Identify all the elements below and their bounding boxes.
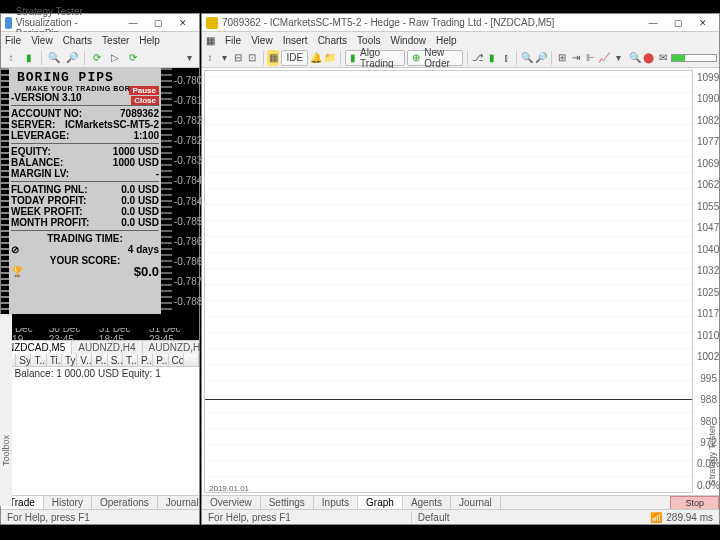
play-icon[interactable]: ⟳ bbox=[89, 50, 105, 66]
bottom-tab[interactable]: History bbox=[44, 496, 92, 510]
menu-view[interactable]: View bbox=[31, 35, 53, 46]
menu-window[interactable]: Window bbox=[390, 35, 426, 46]
ide-button[interactable]: IDE bbox=[281, 50, 308, 66]
close-button[interactable]: ✕ bbox=[691, 16, 715, 30]
balance-row[interactable]: ▸ Balance: 1 000.00 USD Equity: 1 000.00… bbox=[1, 367, 199, 380]
table-column[interactable]: Type bbox=[62, 354, 77, 366]
menubar-right: ▦ File View Insert Charts Tools Window H… bbox=[202, 32, 719, 48]
table-column[interactable]: P.. bbox=[92, 354, 107, 366]
zoom-out-icon[interactable]: 🔎 bbox=[64, 50, 80, 66]
table-column[interactable]: S.. bbox=[108, 354, 123, 366]
bottom-tab[interactable]: Overview bbox=[202, 496, 261, 510]
today-value: 0.0 USD bbox=[121, 195, 159, 206]
bottom-tab[interactable]: Settings bbox=[261, 496, 314, 510]
menu-charts[interactable]: Charts bbox=[318, 35, 347, 46]
table-column[interactable]: T.. bbox=[31, 354, 46, 366]
bottom-tab[interactable]: Graph bbox=[358, 496, 403, 510]
table-column[interactable]: V.. bbox=[77, 354, 92, 366]
titlebar-right[interactable]: 7089362 - ICMarketsSC-MT5-2 - Hedge - Ra… bbox=[202, 14, 719, 32]
table-column[interactable]: Co.. bbox=[169, 354, 184, 366]
dropdown-icon[interactable]: ▾ bbox=[612, 50, 624, 66]
symbol-tab[interactable]: AUDNZD,H4 bbox=[72, 341, 142, 355]
table-column[interactable]: Sy.. bbox=[16, 354, 31, 366]
equity-label: EQUITY: bbox=[11, 146, 51, 157]
step-icon[interactable]: ▷ bbox=[107, 50, 123, 66]
stop-button[interactable]: Stop bbox=[670, 496, 719, 510]
status-bar-left: For Help, press F1 bbox=[1, 509, 199, 524]
toggle-icon[interactable]: ↕ bbox=[204, 50, 216, 66]
down-icon[interactable]: ▾ bbox=[181, 50, 197, 66]
bottom-tab[interactable]: Inputs bbox=[314, 496, 358, 510]
candles-icon[interactable]: ▮ bbox=[21, 50, 37, 66]
folder-icon[interactable]: 📁 bbox=[324, 50, 336, 66]
forward-icon[interactable]: ⟳ bbox=[125, 50, 141, 66]
dropdown-icon[interactable]: ▾ bbox=[218, 50, 230, 66]
new-order-button[interactable]: ⊕New Order bbox=[407, 50, 463, 66]
menu-tools[interactable]: Tools bbox=[357, 35, 380, 46]
menu-file[interactable]: File bbox=[5, 35, 21, 46]
table-column[interactable]: T.. bbox=[123, 354, 138, 366]
menu-help[interactable]: Help bbox=[436, 35, 457, 46]
mt-icon[interactable]: ▦ bbox=[206, 35, 215, 46]
grid-icon[interactable]: ⊞ bbox=[556, 50, 568, 66]
bottom-tab[interactable]: Operations bbox=[92, 496, 158, 510]
close-badge[interactable]: Close bbox=[131, 96, 159, 105]
toolbox-vertical[interactable]: Toolbox bbox=[0, 314, 12, 506]
score-label: YOUR SCORE: bbox=[50, 255, 121, 266]
y-tick: -0.78690 bbox=[174, 256, 197, 267]
signal-icon: 📶 bbox=[650, 512, 662, 523]
connection-indicator bbox=[671, 54, 717, 62]
server-value: ICMarketsSC-MT5-2 bbox=[65, 119, 159, 130]
y-tick: -0.78225 bbox=[174, 115, 197, 126]
shift-icon[interactable]: ⊩ bbox=[584, 50, 596, 66]
menu-charts[interactable]: Charts bbox=[63, 35, 92, 46]
bell-icon[interactable]: 🔔 bbox=[310, 50, 322, 66]
strategy-tester-tab[interactable]: Strategy Tester bbox=[707, 88, 719, 495]
table-column[interactable]: Ti.. bbox=[47, 354, 62, 366]
pause-badge[interactable]: Pause bbox=[129, 86, 159, 95]
alert-icon[interactable]: ⬤ bbox=[643, 50, 655, 66]
menu-file[interactable]: File bbox=[225, 35, 241, 46]
y-tick: -0.78490 bbox=[174, 196, 197, 207]
maximize-button[interactable]: ▢ bbox=[146, 16, 170, 30]
chart-baseline bbox=[205, 399, 692, 400]
zoom-in-icon[interactable]: 🔍 bbox=[521, 50, 533, 66]
chart-plot[interactable]: 2019.01.01 bbox=[204, 70, 693, 493]
menu-insert[interactable]: Insert bbox=[283, 35, 308, 46]
menu-view[interactable]: View bbox=[251, 35, 273, 46]
algo-trading-button[interactable]: ▮Algo Trading bbox=[345, 50, 405, 66]
bars-icon[interactable]: ⫿ bbox=[500, 50, 512, 66]
nav-icon[interactable]: ⊡ bbox=[246, 50, 258, 66]
indicator-icon[interactable]: 📈 bbox=[598, 50, 610, 66]
status-profile[interactable]: Default bbox=[411, 512, 450, 523]
close-button[interactable]: ✕ bbox=[171, 16, 195, 30]
margin-label: MARGIN LV: bbox=[11, 168, 69, 179]
y-tick: -0.78560 bbox=[174, 216, 197, 227]
chart-area-left[interactable]: Pause Close BORING PIPS MAKE YOUR TRADIN… bbox=[1, 68, 199, 328]
nav-icon[interactable]: ⊟ bbox=[232, 50, 244, 66]
search-icon[interactable]: 🔍 bbox=[629, 50, 641, 66]
table-column[interactable]: P.. bbox=[153, 354, 168, 366]
toggle-icon[interactable]: ↕ bbox=[3, 50, 19, 66]
margin-value: - bbox=[156, 168, 159, 179]
menu-help[interactable]: Help bbox=[139, 35, 160, 46]
bottom-tab[interactable]: Journal bbox=[451, 496, 501, 510]
zoom-in-icon[interactable]: 🔍 bbox=[46, 50, 62, 66]
time-axis: 30 Dec 201930 Dec 23:4531 Dec 18:4531 De… bbox=[1, 328, 199, 340]
zoom-out-icon[interactable]: 🔎 bbox=[535, 50, 547, 66]
titlebar-left[interactable]: Strategy Tester Visualization - BoringPi… bbox=[1, 14, 199, 32]
mail-icon[interactable]: ✉ bbox=[657, 50, 669, 66]
candles-icon[interactable]: ▮ bbox=[486, 50, 498, 66]
table-column[interactable] bbox=[184, 354, 199, 366]
menu-tester[interactable]: Tester bbox=[102, 35, 129, 46]
maximize-button[interactable]: ▢ bbox=[666, 16, 690, 30]
bottom-tab[interactable]: Agents bbox=[403, 496, 451, 510]
minimize-button[interactable]: — bbox=[641, 16, 665, 30]
scroll-icon[interactable]: ⇥ bbox=[570, 50, 582, 66]
folder-icon[interactable]: ▦ bbox=[267, 50, 279, 66]
chart-area-right[interactable]: 2019.01.01 10991090108210771069106210551… bbox=[202, 68, 719, 495]
table-column[interactable]: P.. bbox=[138, 354, 153, 366]
window-title: 7089362 - ICMarketsSC-MT5-2 - Hedge - Ra… bbox=[222, 17, 554, 28]
minimize-button[interactable]: — bbox=[121, 16, 145, 30]
line-chart-icon[interactable]: ⎇ bbox=[472, 50, 484, 66]
